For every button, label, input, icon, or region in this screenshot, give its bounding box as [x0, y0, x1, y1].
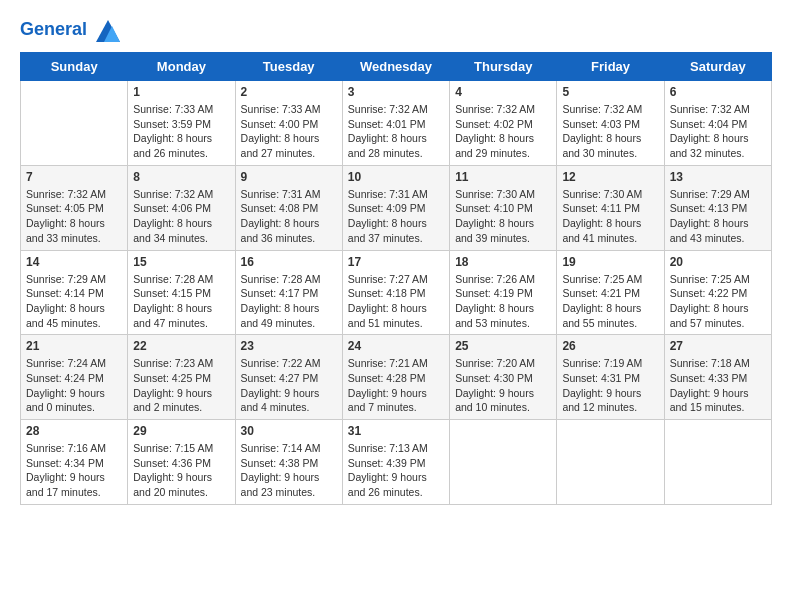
header-cell-monday: Monday	[128, 53, 235, 81]
day-cell: 30Sunrise: 7:14 AM Sunset: 4:38 PM Dayli…	[235, 420, 342, 505]
day-info: Sunrise: 7:20 AM Sunset: 4:30 PM Dayligh…	[455, 356, 551, 415]
day-info: Sunrise: 7:32 AM Sunset: 4:01 PM Dayligh…	[348, 102, 444, 161]
day-number: 9	[241, 170, 337, 184]
day-info: Sunrise: 7:27 AM Sunset: 4:18 PM Dayligh…	[348, 272, 444, 331]
day-cell: 14Sunrise: 7:29 AM Sunset: 4:14 PM Dayli…	[21, 250, 128, 335]
day-number: 2	[241, 85, 337, 99]
day-cell: 13Sunrise: 7:29 AM Sunset: 4:13 PM Dayli…	[664, 165, 771, 250]
day-number: 24	[348, 339, 444, 353]
day-number: 28	[26, 424, 122, 438]
day-number: 6	[670, 85, 766, 99]
day-number: 20	[670, 255, 766, 269]
day-cell: 12Sunrise: 7:30 AM Sunset: 4:11 PM Dayli…	[557, 165, 664, 250]
day-number: 18	[455, 255, 551, 269]
day-cell: 16Sunrise: 7:28 AM Sunset: 4:17 PM Dayli…	[235, 250, 342, 335]
logo-icon	[94, 16, 122, 44]
day-info: Sunrise: 7:28 AM Sunset: 4:17 PM Dayligh…	[241, 272, 337, 331]
day-info: Sunrise: 7:16 AM Sunset: 4:34 PM Dayligh…	[26, 441, 122, 500]
day-info: Sunrise: 7:15 AM Sunset: 4:36 PM Dayligh…	[133, 441, 229, 500]
day-cell: 11Sunrise: 7:30 AM Sunset: 4:10 PM Dayli…	[450, 165, 557, 250]
day-cell: 17Sunrise: 7:27 AM Sunset: 4:18 PM Dayli…	[342, 250, 449, 335]
day-info: Sunrise: 7:32 AM Sunset: 4:06 PM Dayligh…	[133, 187, 229, 246]
logo: General	[20, 16, 122, 44]
day-cell: 2Sunrise: 7:33 AM Sunset: 4:00 PM Daylig…	[235, 81, 342, 166]
header-cell-wednesday: Wednesday	[342, 53, 449, 81]
day-cell	[664, 420, 771, 505]
week-row-2: 14Sunrise: 7:29 AM Sunset: 4:14 PM Dayli…	[21, 250, 772, 335]
day-cell: 23Sunrise: 7:22 AM Sunset: 4:27 PM Dayli…	[235, 335, 342, 420]
header-row: SundayMondayTuesdayWednesdayThursdayFrid…	[21, 53, 772, 81]
day-cell: 24Sunrise: 7:21 AM Sunset: 4:28 PM Dayli…	[342, 335, 449, 420]
calendar-table: SundayMondayTuesdayWednesdayThursdayFrid…	[20, 52, 772, 505]
day-cell: 15Sunrise: 7:28 AM Sunset: 4:15 PM Dayli…	[128, 250, 235, 335]
day-number: 15	[133, 255, 229, 269]
day-number: 12	[562, 170, 658, 184]
day-number: 1	[133, 85, 229, 99]
day-number: 21	[26, 339, 122, 353]
day-cell: 3Sunrise: 7:32 AM Sunset: 4:01 PM Daylig…	[342, 81, 449, 166]
header-cell-thursday: Thursday	[450, 53, 557, 81]
day-info: Sunrise: 7:13 AM Sunset: 4:39 PM Dayligh…	[348, 441, 444, 500]
week-row-4: 28Sunrise: 7:16 AM Sunset: 4:34 PM Dayli…	[21, 420, 772, 505]
day-cell	[21, 81, 128, 166]
day-info: Sunrise: 7:26 AM Sunset: 4:19 PM Dayligh…	[455, 272, 551, 331]
day-cell: 5Sunrise: 7:32 AM Sunset: 4:03 PM Daylig…	[557, 81, 664, 166]
day-number: 19	[562, 255, 658, 269]
day-info: Sunrise: 7:23 AM Sunset: 4:25 PM Dayligh…	[133, 356, 229, 415]
header-cell-sunday: Sunday	[21, 53, 128, 81]
day-info: Sunrise: 7:31 AM Sunset: 4:08 PM Dayligh…	[241, 187, 337, 246]
day-info: Sunrise: 7:29 AM Sunset: 4:13 PM Dayligh…	[670, 187, 766, 246]
day-number: 23	[241, 339, 337, 353]
day-info: Sunrise: 7:32 AM Sunset: 4:03 PM Dayligh…	[562, 102, 658, 161]
day-info: Sunrise: 7:33 AM Sunset: 4:00 PM Dayligh…	[241, 102, 337, 161]
header-cell-friday: Friday	[557, 53, 664, 81]
day-number: 10	[348, 170, 444, 184]
day-info: Sunrise: 7:32 AM Sunset: 4:04 PM Dayligh…	[670, 102, 766, 161]
day-info: Sunrise: 7:22 AM Sunset: 4:27 PM Dayligh…	[241, 356, 337, 415]
logo-general: General	[20, 19, 87, 39]
day-cell: 29Sunrise: 7:15 AM Sunset: 4:36 PM Dayli…	[128, 420, 235, 505]
day-cell: 31Sunrise: 7:13 AM Sunset: 4:39 PM Dayli…	[342, 420, 449, 505]
day-number: 29	[133, 424, 229, 438]
day-info: Sunrise: 7:30 AM Sunset: 4:10 PM Dayligh…	[455, 187, 551, 246]
day-number: 8	[133, 170, 229, 184]
day-cell: 25Sunrise: 7:20 AM Sunset: 4:30 PM Dayli…	[450, 335, 557, 420]
day-info: Sunrise: 7:25 AM Sunset: 4:22 PM Dayligh…	[670, 272, 766, 331]
day-cell: 28Sunrise: 7:16 AM Sunset: 4:34 PM Dayli…	[21, 420, 128, 505]
day-cell: 8Sunrise: 7:32 AM Sunset: 4:06 PM Daylig…	[128, 165, 235, 250]
day-number: 13	[670, 170, 766, 184]
day-cell: 1Sunrise: 7:33 AM Sunset: 3:59 PM Daylig…	[128, 81, 235, 166]
day-cell: 10Sunrise: 7:31 AM Sunset: 4:09 PM Dayli…	[342, 165, 449, 250]
day-info: Sunrise: 7:24 AM Sunset: 4:24 PM Dayligh…	[26, 356, 122, 415]
day-info: Sunrise: 7:21 AM Sunset: 4:28 PM Dayligh…	[348, 356, 444, 415]
day-info: Sunrise: 7:19 AM Sunset: 4:31 PM Dayligh…	[562, 356, 658, 415]
day-cell: 9Sunrise: 7:31 AM Sunset: 4:08 PM Daylig…	[235, 165, 342, 250]
page-header: General	[20, 16, 772, 44]
day-info: Sunrise: 7:32 AM Sunset: 4:05 PM Dayligh…	[26, 187, 122, 246]
week-row-3: 21Sunrise: 7:24 AM Sunset: 4:24 PM Dayli…	[21, 335, 772, 420]
day-number: 16	[241, 255, 337, 269]
day-info: Sunrise: 7:33 AM Sunset: 3:59 PM Dayligh…	[133, 102, 229, 161]
header-cell-saturday: Saturday	[664, 53, 771, 81]
day-cell: 6Sunrise: 7:32 AM Sunset: 4:04 PM Daylig…	[664, 81, 771, 166]
day-number: 31	[348, 424, 444, 438]
day-cell: 18Sunrise: 7:26 AM Sunset: 4:19 PM Dayli…	[450, 250, 557, 335]
day-cell: 21Sunrise: 7:24 AM Sunset: 4:24 PM Dayli…	[21, 335, 128, 420]
day-cell: 22Sunrise: 7:23 AM Sunset: 4:25 PM Dayli…	[128, 335, 235, 420]
day-info: Sunrise: 7:18 AM Sunset: 4:33 PM Dayligh…	[670, 356, 766, 415]
day-number: 3	[348, 85, 444, 99]
day-number: 26	[562, 339, 658, 353]
day-cell: 7Sunrise: 7:32 AM Sunset: 4:05 PM Daylig…	[21, 165, 128, 250]
day-number: 30	[241, 424, 337, 438]
day-info: Sunrise: 7:25 AM Sunset: 4:21 PM Dayligh…	[562, 272, 658, 331]
day-number: 25	[455, 339, 551, 353]
day-cell: 26Sunrise: 7:19 AM Sunset: 4:31 PM Dayli…	[557, 335, 664, 420]
calendar-header: SundayMondayTuesdayWednesdayThursdayFrid…	[21, 53, 772, 81]
day-number: 27	[670, 339, 766, 353]
day-cell: 20Sunrise: 7:25 AM Sunset: 4:22 PM Dayli…	[664, 250, 771, 335]
calendar-body: 1Sunrise: 7:33 AM Sunset: 3:59 PM Daylig…	[21, 81, 772, 505]
day-cell: 27Sunrise: 7:18 AM Sunset: 4:33 PM Dayli…	[664, 335, 771, 420]
day-number: 22	[133, 339, 229, 353]
day-number: 17	[348, 255, 444, 269]
day-number: 11	[455, 170, 551, 184]
